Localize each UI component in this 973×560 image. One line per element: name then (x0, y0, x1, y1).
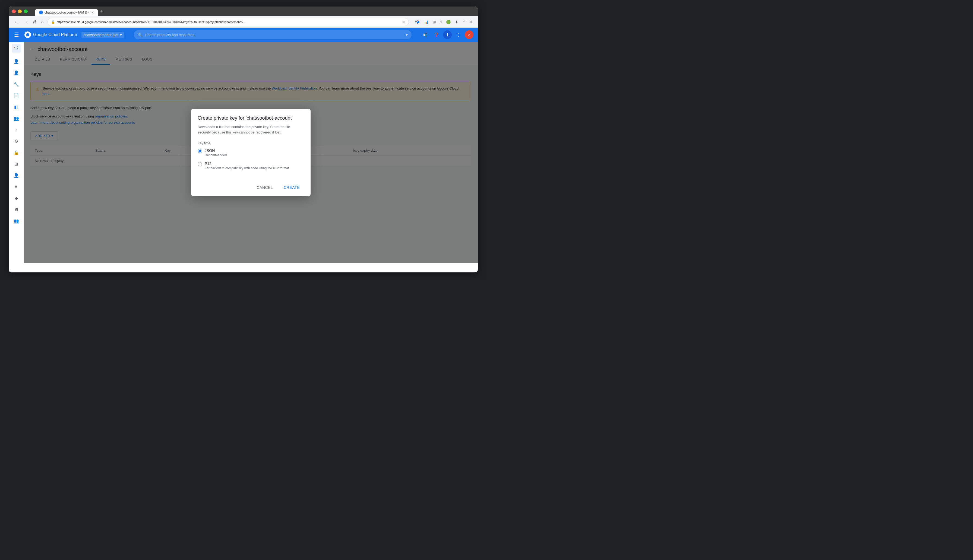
lock-icon: 🔒 (51, 20, 55, 24)
sidebar-icon-account[interactable]: 👤 (11, 67, 22, 78)
create-button[interactable]: CREATE (279, 183, 304, 192)
sidebar-icon-table[interactable]: ⊞ (11, 158, 22, 169)
home-button[interactable]: ⌂ (40, 18, 45, 25)
sidebar-icon-people[interactable]: 👥 (11, 215, 22, 226)
tab-close-button[interactable]: ✕ (92, 11, 94, 14)
minimize-button[interactable] (18, 10, 22, 13)
help-button[interactable]: ❓ (432, 30, 441, 39)
modal-overlay: Create private key for 'chatwootbot-acco… (24, 42, 478, 263)
key-type-label: Key type (198, 142, 304, 145)
refresh-button[interactable]: ↺ (32, 18, 37, 25)
modal-title: Create private key for 'chatwootbot-acco… (191, 109, 310, 124)
json-option: JSON Recommended (198, 148, 304, 157)
menu-button[interactable]: ≡ (469, 19, 474, 25)
back-button[interactable]: ← (13, 18, 20, 25)
profile-button[interactable]: ⌃ (462, 19, 467, 25)
search-bar[interactable]: 🔍 ▾ (134, 30, 412, 39)
sidebar-toggle[interactable]: 📊 (423, 19, 429, 25)
p12-radio[interactable] (198, 162, 202, 166)
search-dropdown-icon: ▾ (406, 32, 408, 37)
project-dropdown-icon: ▾ (120, 33, 122, 37)
hamburger-menu[interactable]: ☰ (13, 30, 20, 39)
close-button[interactable] (12, 10, 16, 13)
cancel-button[interactable]: CANCEL (252, 183, 277, 192)
forward-button[interactable]: → (22, 18, 29, 25)
sidebar-icon-gear[interactable]: ⚙ (11, 136, 22, 147)
gcp-logo-icon (25, 32, 31, 38)
sidebar-icon-key[interactable]: 🔧 (11, 79, 22, 90)
sidebar: 🛡 👤 👤 🔧 📄 ◧ 👥 › ⚙ 🔒 ⊞ 👤 ≡ ◆ 🖥 👥 (9, 42, 24, 263)
project-selector[interactable]: chatwootdemobot-glqf ▾ (82, 32, 124, 38)
search-input[interactable] (145, 33, 404, 37)
notifications-button[interactable]: 📬 (421, 30, 430, 39)
p12-label: P12 (205, 162, 289, 166)
tab-bar: chatwootbot-account – IAM & × ✕ + (32, 7, 108, 16)
more-options-button[interactable]: ⋮ (454, 30, 462, 39)
sidebar-icon-security[interactable]: 🔒 (11, 147, 22, 158)
modal-description: Downloads a file that contains the priva… (191, 124, 310, 139)
sidebar-icon-monitor[interactable]: 🖥 (11, 204, 22, 215)
maximize-button[interactable] (24, 10, 28, 13)
sidebar-header-icon: 🛡 (12, 44, 21, 53)
url-field[interactable]: 🔒 https://console.cloud.google.com/iam-a… (47, 18, 409, 26)
extensions-button[interactable]: 📬 (414, 19, 421, 25)
top-navigation: ☰ Google Cloud Platform chatwootdemobot-… (9, 28, 478, 42)
nav-actions: 📬 ❓ ℹ ⋮ A (421, 30, 474, 39)
sidebar-icon-file[interactable]: 📄 (11, 90, 22, 101)
sidebar-icon-group[interactable]: 👥 (11, 113, 22, 124)
create-key-dialog: Create private key for 'chatwootbot-acco… (191, 109, 310, 196)
gcp-logo-text: Google Cloud Platform (33, 32, 77, 37)
gcp-app: ☰ Google Cloud Platform chatwootdemobot-… (9, 28, 478, 263)
content-area: ← chatwootbot-account DETAILS PERMISSION… (24, 42, 478, 263)
project-name: chatwootdemobot-glqf (83, 33, 118, 37)
json-radio[interactable] (198, 149, 202, 153)
tab-title: chatwootbot-account – IAM & × (45, 11, 90, 14)
new-tab-button[interactable]: + (98, 9, 105, 14)
json-label-group: JSON Recommended (205, 148, 227, 157)
star-icon[interactable]: ☆ (402, 20, 406, 24)
reader-mode[interactable]: ⊞ (432, 19, 437, 25)
address-bar: ← → ↺ ⌂ 🔒 https://console.cloud.google.c… (9, 16, 478, 28)
p12-sublabel: For backward compatibility with code usi… (205, 166, 289, 170)
gcp-logo: Google Cloud Platform (25, 32, 77, 38)
sidebar-icon-tag[interactable]: › (11, 124, 22, 135)
main-area: 🛡 👤 👤 🔧 📄 ◧ 👥 › ⚙ 🔒 ⊞ 👤 ≡ ◆ 🖥 👥 (9, 42, 478, 263)
sidebar-icon-layers[interactable]: ◧ (11, 102, 22, 112)
modal-actions: CANCEL CREATE (191, 179, 310, 196)
tab-favicon (39, 11, 43, 14)
json-sublabel: Recommended (205, 153, 227, 157)
url-text: https://console.cloud.google.com/iam-adm… (57, 20, 246, 23)
info-button[interactable]: ℹ (439, 19, 443, 25)
search-icon: 🔍 (138, 32, 143, 37)
modal-body: Key type JSON Recommended (191, 139, 310, 179)
download-button[interactable]: ⬇ (454, 19, 459, 25)
active-tab[interactable]: chatwootbot-account – IAM & × ✕ (35, 9, 98, 16)
account-button[interactable]: ℹ (443, 30, 452, 39)
sidebar-icon-list[interactable]: ≡ (11, 181, 22, 192)
p12-label-group: P12 For backward compatibility with code… (205, 162, 289, 170)
browser-actions: 📬 📊 ⊞ ℹ 🟢 ⬇ ⌃ ≡ (414, 19, 474, 25)
sidebar-icon-person[interactable]: 👤 (11, 56, 22, 67)
extension-button[interactable]: 🟢 (445, 19, 452, 25)
sidebar-icon-diamond[interactable]: ◆ (11, 193, 22, 203)
user-avatar[interactable]: A (465, 30, 474, 39)
sidebar-icon-person2[interactable]: 👤 (11, 170, 22, 181)
p12-option: P12 For backward compatibility with code… (198, 162, 304, 170)
json-label: JSON (205, 148, 227, 153)
